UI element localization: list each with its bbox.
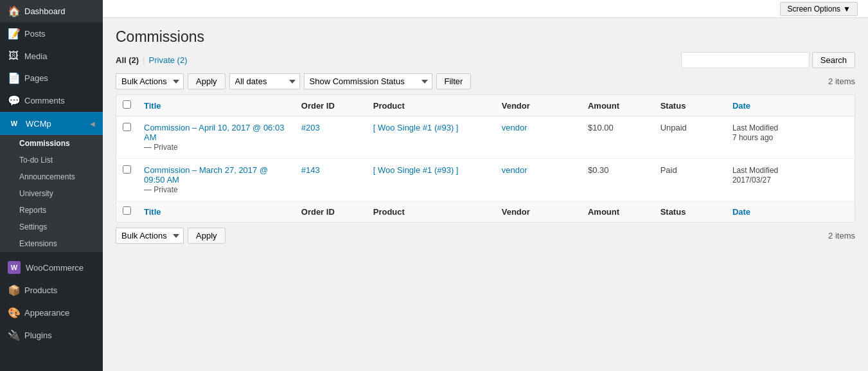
- table-row: Commission – April 10, 2017 @ 06:03 AM —…: [116, 116, 855, 159]
- sidebar-sub-settings[interactable]: Settings: [0, 219, 103, 235]
- sidebar-item-label: Media: [24, 51, 47, 61]
- th-amount-bottom: Amount: [581, 201, 654, 222]
- wcmp-collapse-arrow: ◀: [90, 120, 95, 127]
- select-all-th: [116, 95, 138, 116]
- sidebar-item-dashboard[interactable]: 🏠 Dashboard: [0, 0, 103, 23]
- sidebar-item-pages[interactable]: 📄 Pages: [0, 67, 103, 89]
- row2-title-link[interactable]: Commission – March 27, 2017 @ 09:50 AM: [144, 165, 268, 185]
- sidebar-item-wcmp[interactable]: W WCMp ◀: [0, 112, 103, 135]
- search-input[interactable]: [681, 52, 810, 68]
- screen-options-button[interactable]: Screen Options ▼: [780, 2, 858, 16]
- sidebar-item-plugins[interactable]: 🔌 Plugins: [0, 324, 103, 347]
- sidebar-sub-university[interactable]: University: [0, 185, 103, 202]
- screen-options-arrow-icon: ▼: [843, 5, 851, 14]
- row2-vendor-cell: vendor: [495, 159, 581, 201]
- row1-orderid-cell: #203: [295, 116, 367, 159]
- th-title-bottom[interactable]: Title: [137, 201, 295, 222]
- th-product-bottom: Product: [367, 201, 495, 222]
- th-status-bottom: Status: [654, 201, 726, 222]
- content-area: Commissions All (2) | Private (2) Search…: [103, 18, 868, 371]
- row1-checkbox-cell: [116, 116, 138, 159]
- sidebar-item-label: WooCommerce: [26, 263, 84, 273]
- row1-status-cell: Unpaid: [654, 116, 726, 159]
- select-all-checkbox[interactable]: [123, 100, 131, 109]
- view-sep: |: [143, 55, 145, 65]
- row2-date-value: 2017/03/27: [732, 176, 771, 185]
- search-box: Search: [681, 52, 855, 68]
- row2-orderid-link[interactable]: #143: [301, 165, 320, 175]
- media-icon: 🖼: [8, 50, 19, 62]
- toolbar-bottom: Bulk Actions Apply 2 items: [116, 228, 855, 244]
- dashboard-icon: 🏠: [8, 5, 19, 17]
- apply-button-bottom[interactable]: Apply: [188, 228, 226, 244]
- sidebar-item-label: Products: [24, 285, 57, 295]
- page-title: Commissions: [116, 28, 855, 46]
- select-all-checkbox-bottom[interactable]: [123, 206, 131, 215]
- sidebar-item-comments[interactable]: 💬 Comments: [0, 89, 103, 112]
- items-count-top: 2 items: [828, 77, 855, 86]
- row1-product-link[interactable]: [ Woo Single #1 (#93) ]: [373, 123, 459, 132]
- sidebar-item-label: Appearance: [24, 308, 69, 318]
- row1-checkbox[interactable]: [123, 123, 131, 131]
- row1-date-cell: Last Modified 7 hours ago: [726, 116, 855, 159]
- bulk-actions-select-bottom[interactable]: Bulk Actions: [116, 228, 184, 244]
- select-all-th-bottom: [116, 201, 138, 222]
- row2-checkbox-cell: [116, 159, 138, 201]
- row1-orderid-link[interactable]: #203: [301, 123, 320, 132]
- row2-product-cell: [ Woo Single #1 (#93) ]: [367, 159, 495, 201]
- row2-status-cell: Paid: [654, 159, 726, 201]
- sidebar-sub-commissions[interactable]: Commissions: [0, 135, 103, 152]
- table-footer-header-row: Title Order ID Product Vendor Amount Sta…: [116, 201, 855, 222]
- th-status: Status: [654, 95, 726, 116]
- search-button[interactable]: Search: [812, 52, 855, 68]
- sidebar-item-posts[interactable]: 📝 Posts: [0, 23, 103, 45]
- sidebar-item-label: WCMp: [26, 119, 51, 129]
- sidebar-item-products[interactable]: 📦 Products: [0, 279, 103, 302]
- sidebar-item-appearance[interactable]: 🎨 Appearance: [0, 302, 103, 324]
- view-private-link[interactable]: Private (2): [149, 55, 188, 65]
- apply-button-top[interactable]: Apply: [188, 73, 226, 89]
- items-count-bottom: 2 items: [828, 231, 855, 240]
- th-date[interactable]: Date: [726, 95, 855, 116]
- row1-date-value: 7 hours ago: [732, 133, 773, 142]
- topbar: Screen Options ▼: [103, 0, 868, 18]
- view-all-link[interactable]: All (2): [116, 55, 139, 65]
- row2-date-cell: Last Modified 2017/03/27: [726, 159, 855, 201]
- th-product: Product: [367, 95, 495, 116]
- th-vendor-bottom: Vendor: [495, 201, 581, 222]
- th-vendor: Vendor: [495, 95, 581, 116]
- sidebar-item-media[interactable]: 🖼 Media: [0, 45, 103, 67]
- commission-status-select[interactable]: Show Commission Status: [304, 73, 432, 89]
- row2-orderid-cell: #143: [295, 159, 367, 201]
- th-title[interactable]: Title: [137, 95, 295, 116]
- view-links: All (2) | Private (2): [116, 55, 187, 65]
- sidebar-sub-todo[interactable]: To-do List: [0, 152, 103, 168]
- row1-vendor-link[interactable]: vendor: [502, 123, 527, 132]
- row2-vendor-link[interactable]: vendor: [502, 165, 527, 175]
- row2-private-label: — Private: [144, 185, 178, 194]
- bulk-actions-select-top[interactable]: Bulk Actions: [116, 73, 184, 89]
- th-date-bottom[interactable]: Date: [726, 201, 855, 222]
- row1-title-link[interactable]: Commission – April 10, 2017 @ 06:03 AM: [144, 123, 284, 142]
- row2-product-link[interactable]: [ Woo Single #1 (#93) ]: [373, 165, 459, 175]
- sidebar-item-label: Pages: [24, 73, 48, 83]
- row1-date-label: Last Modified: [732, 123, 778, 132]
- th-orderid: Order ID: [295, 95, 367, 116]
- th-amount: Amount: [581, 95, 654, 116]
- th-orderid-bottom: Order ID: [295, 201, 367, 222]
- row1-product-cell: [ Woo Single #1 (#93) ]: [367, 116, 495, 159]
- sidebar-item-label: Plugins: [24, 330, 52, 340]
- row1-amount-cell: $10.00: [581, 116, 654, 159]
- sidebar-item-label: Dashboard: [24, 6, 66, 16]
- appearance-icon: 🎨: [8, 307, 19, 319]
- sidebar-sub-reports[interactable]: Reports: [0, 202, 103, 219]
- all-dates-select[interactable]: All dates: [229, 73, 300, 89]
- row1-vendor-cell: vendor: [495, 116, 581, 159]
- sidebar-item-woocommerce[interactable]: W WooCommerce: [0, 256, 103, 279]
- posts-icon: 📝: [8, 28, 19, 40]
- table-header-row: Title Order ID Product Vendor Amount Sta…: [116, 95, 855, 116]
- sidebar-sub-extensions[interactable]: Extensions: [0, 235, 103, 252]
- sidebar-sub-announcements[interactable]: Announcements: [0, 168, 103, 185]
- row2-checkbox[interactable]: [123, 165, 131, 174]
- filter-button[interactable]: Filter: [436, 73, 472, 89]
